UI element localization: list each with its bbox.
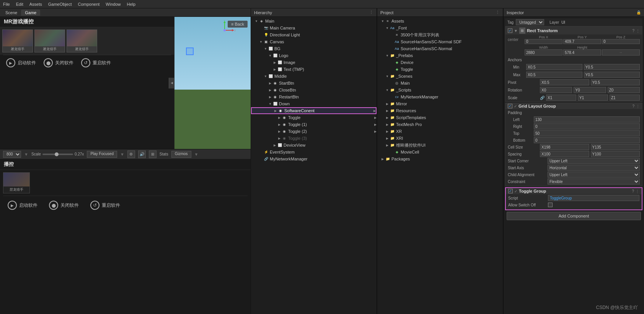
grid-layout-help[interactable]: ? bbox=[632, 104, 634, 108]
menu-component[interactable]: Component bbox=[78, 2, 99, 7]
menu-file[interactable]: File bbox=[3, 2, 10, 7]
padding-right[interactable]: 0 bbox=[534, 123, 640, 129]
viewport-resize-handle[interactable]: ◀ bbox=[169, 78, 174, 88]
hierarchy-item-logo[interactable]: ⬜Logo bbox=[251, 52, 377, 59]
hierarchy-item-mynetworkmanager[interactable]: 🔗MyNetworkManager bbox=[251, 155, 377, 162]
bottom-stop-btn[interactable]: 关闭软件 bbox=[49, 201, 79, 210]
allow-switch-off-checkbox[interactable] bbox=[548, 203, 553, 207]
height-field[interactable]: 578.4 bbox=[563, 49, 601, 56]
anchor-max-y[interactable]: Y 0.5 bbox=[584, 72, 640, 78]
grid-layout-checkbox[interactable] bbox=[508, 104, 512, 108]
toggle-group-help[interactable]: ? bbox=[632, 189, 634, 193]
asset-item-moviecell[interactable]: ◈MovieCell bbox=[377, 149, 503, 155]
menu-window[interactable]: Window bbox=[106, 2, 121, 7]
hierarchy-item-startbtn[interactable]: ◉StartBtn bbox=[251, 80, 377, 87]
tag-select[interactable]: Untagged bbox=[516, 19, 544, 25]
rect-transform-options[interactable]: ⋮ bbox=[636, 29, 640, 33]
asset-item-vrsoftwareui[interactable]: 📁维眸播控软件UI bbox=[377, 142, 503, 149]
asset-item-scripts[interactable]: 📁_Scripts bbox=[377, 87, 503, 93]
asset-item-device[interactable]: ◈Device bbox=[377, 59, 503, 66]
menu-assets[interactable]: Assets bbox=[29, 2, 42, 7]
pos-z-field[interactable]: 0 bbox=[602, 39, 640, 44]
scale-slider[interactable] bbox=[42, 154, 73, 155]
hierarchy-item-main[interactable]: ◈Main bbox=[251, 18, 377, 25]
resolution-select[interactable]: 800 bbox=[3, 151, 21, 158]
asset-item-assets[interactable]: ≡Assets bbox=[377, 18, 503, 25]
hierarchy-item-image[interactable]: ⬜Image bbox=[251, 59, 377, 66]
asset-item-sourcehanssc-normal[interactable]: AaSourceHanSansSC-Normal bbox=[377, 45, 503, 52]
rect-transform-help[interactable]: ? bbox=[632, 29, 634, 33]
hierarchy-item-canvas[interactable]: ▣Canvas bbox=[251, 38, 377, 45]
asset-item-toggle-prefab[interactable]: ◈Toggle bbox=[377, 66, 503, 73]
scale-x[interactable]: X 1 bbox=[546, 95, 576, 101]
restart-software-btn[interactable]: 重启软件 bbox=[81, 58, 111, 67]
hierarchy-item-softwareconent[interactable]: ◉SoftwareConent▶ bbox=[251, 107, 377, 114]
asset-item-scripttemplates[interactable]: 📁ScriptTemplates bbox=[377, 114, 503, 121]
pos-y-field[interactable]: 409.7 bbox=[563, 39, 601, 44]
rot-z[interactable]: Z 0 bbox=[608, 87, 640, 93]
toggle-group-header[interactable]: ✓ Toggle Group ? ⋮ bbox=[506, 188, 642, 194]
bottom-start-btn[interactable]: 启动软件 bbox=[8, 201, 37, 210]
padding-left[interactable]: 130 bbox=[534, 116, 640, 123]
start-software-btn[interactable]: 启动软件 bbox=[6, 58, 36, 67]
asset-item-xri[interactable]: 📁XRI bbox=[377, 135, 503, 142]
asset-item-textmeshpro[interactable]: 📁TextMesh Pro bbox=[377, 121, 503, 128]
hierarchy-item-toggle-1[interactable]: ◉Toggle (1)▶ bbox=[251, 121, 377, 128]
toolbar-icon-2[interactable]: 🔊 bbox=[138, 150, 146, 158]
hierarchy-item-down[interactable]: ⬜Down bbox=[251, 100, 377, 107]
toolbar-icon-1[interactable]: ⚙ bbox=[127, 150, 135, 158]
spacing-y[interactable]: Y 100 bbox=[591, 151, 640, 157]
asset-item-mynetworkmanager-script[interactable]: C#MyNetworkManager bbox=[377, 93, 503, 100]
hierarchy-item-toggle-3[interactable]: ◉Toggle (3) bbox=[251, 135, 377, 142]
back-button[interactable]: ≡ Back bbox=[228, 21, 248, 28]
rot-y[interactable]: Y 0 bbox=[574, 87, 606, 93]
rect-transform-header[interactable]: ▼ ⊞ Rect Transform ? ⋮ bbox=[505, 27, 642, 34]
hierarchy-item-main-camera[interactable]: 📷Main Camera bbox=[251, 25, 377, 31]
hierarchy-item-middle[interactable]: ⬜Middle bbox=[251, 73, 377, 80]
hierarchy-item-text-tmp[interactable]: ⬜Text (TMP) bbox=[251, 66, 377, 73]
hierarchy-item-toggle[interactable]: ◉Toggle▶ bbox=[251, 114, 377, 121]
hierarchy-item-bg[interactable]: ⬜BG bbox=[251, 45, 377, 52]
hierarchy-item-eventsystem[interactable]: ⚡EventSystem bbox=[251, 149, 377, 155]
gizmos-btn[interactable]: Gizmos bbox=[171, 151, 191, 158]
assets-menu-btn[interactable]: ⋮ bbox=[496, 10, 500, 15]
cell-size-y[interactable]: Y 135 bbox=[591, 144, 640, 150]
padding-bottom[interactable]: 0 bbox=[534, 137, 640, 143]
hierarchy-item-deviceview[interactable]: ⬜DeviceView bbox=[251, 142, 377, 149]
asset-item-3500chars[interactable]: ≡3500个常用汉字列表 bbox=[377, 31, 503, 38]
script-reference[interactable]: ToggleGroup bbox=[548, 195, 639, 201]
stop-software-btn[interactable]: 关闭软件 bbox=[44, 58, 73, 67]
start-axis-select[interactable]: Horizontal bbox=[548, 165, 640, 171]
toggle-group-checkbox[interactable] bbox=[508, 189, 513, 193]
pivot-x[interactable]: X 0.5 bbox=[540, 79, 589, 85]
asset-item-prefabs[interactable]: 📁_Prefabs bbox=[377, 52, 503, 59]
pos-x-field[interactable]: 0 bbox=[525, 39, 562, 44]
rot-x[interactable]: X 0 bbox=[540, 87, 572, 93]
asset-item-scenes[interactable]: 📁_Scenes bbox=[377, 73, 503, 80]
anchor-min-x[interactable]: X 0.5 bbox=[526, 64, 582, 70]
toggle-group-options[interactable]: ⋮ bbox=[636, 189, 639, 193]
bottom-restart-btn[interactable]: 重启软件 bbox=[90, 201, 120, 210]
inspector-lock-icon[interactable]: 🔒 bbox=[636, 10, 641, 15]
grid-layout-options[interactable]: ⋮ bbox=[636, 104, 640, 108]
asset-item-sourcehanssc-normal-sdf[interactable]: AaSourceHanSansSC-Normal SDF bbox=[377, 38, 503, 45]
asset-item-packages[interactable]: 📁Packages bbox=[377, 155, 503, 162]
asset-item-font[interactable]: Aa_Font bbox=[377, 25, 503, 31]
menu-help[interactable]: Help bbox=[127, 2, 135, 7]
hierarchy-item-closebtn[interactable]: ◉CloseBtn bbox=[251, 87, 377, 93]
hierarchy-item-directional-light[interactable]: 💡Directional Light bbox=[251, 31, 377, 38]
tab-scene[interactable]: Scene bbox=[2, 10, 21, 16]
pivot-y[interactable]: Y 0.5 bbox=[591, 79, 640, 85]
hierarchy-item-toggle-2[interactable]: ◉Toggle (2)▶ bbox=[251, 128, 377, 135]
asset-item-mirror[interactable]: 📁Mirror bbox=[377, 100, 503, 107]
anchor-min-y[interactable]: Y 0.5 bbox=[584, 64, 640, 70]
asset-item-main-scene[interactable]: ◎Main bbox=[377, 80, 503, 87]
asset-item-resources[interactable]: 📁Resources bbox=[377, 107, 503, 114]
menu-gameobject[interactable]: GameObject bbox=[48, 2, 72, 7]
scale-y[interactable]: Y 1 bbox=[578, 95, 608, 101]
cell-size-x[interactable]: X 198 bbox=[540, 144, 589, 150]
play-focused-btn[interactable]: Play Focused bbox=[87, 151, 117, 158]
child-alignment-select[interactable]: Upper Left bbox=[548, 172, 640, 178]
tab-game[interactable]: Game bbox=[21, 10, 40, 16]
menu-edit[interactable]: Edit bbox=[16, 2, 23, 7]
